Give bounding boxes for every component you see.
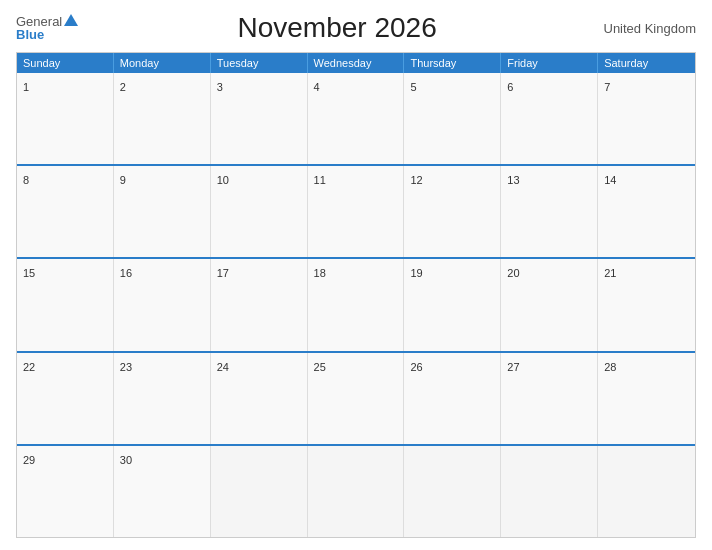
- day-number: 26: [410, 361, 422, 373]
- day-cell: [211, 446, 308, 537]
- day-cell: 24: [211, 353, 308, 444]
- day-cell: [501, 446, 598, 537]
- day-number: 3: [217, 81, 223, 93]
- day-cell: 7: [598, 73, 695, 164]
- day-number: 27: [507, 361, 519, 373]
- day-headers-row: SundayMondayTuesdayWednesdayThursdayFrid…: [17, 53, 695, 73]
- day-header-sunday: Sunday: [17, 53, 114, 73]
- day-number: 28: [604, 361, 616, 373]
- week-row-4: 22232425262728: [17, 351, 695, 444]
- day-number: 10: [217, 174, 229, 186]
- day-cell: 2: [114, 73, 211, 164]
- day-header-friday: Friday: [501, 53, 598, 73]
- day-cell: 22: [17, 353, 114, 444]
- calendar-title: November 2026: [78, 12, 596, 44]
- day-cell: 11: [308, 166, 405, 257]
- day-number: 18: [314, 267, 326, 279]
- day-number: 13: [507, 174, 519, 186]
- day-number: 20: [507, 267, 519, 279]
- day-number: 7: [604, 81, 610, 93]
- day-cell: 5: [404, 73, 501, 164]
- week-row-2: 891011121314: [17, 164, 695, 257]
- day-cell: 21: [598, 259, 695, 350]
- day-header-saturday: Saturday: [598, 53, 695, 73]
- day-cell: 12: [404, 166, 501, 257]
- header: General Blue November 2026 United Kingdo…: [16, 12, 696, 44]
- day-number: 19: [410, 267, 422, 279]
- day-cell: 20: [501, 259, 598, 350]
- day-number: 4: [314, 81, 320, 93]
- day-cell: 4: [308, 73, 405, 164]
- day-number: 8: [23, 174, 29, 186]
- country-label: United Kingdom: [596, 21, 696, 36]
- day-cell: [404, 446, 501, 537]
- logo-general-text: General: [16, 15, 78, 29]
- day-number: 17: [217, 267, 229, 279]
- day-number: 12: [410, 174, 422, 186]
- week-row-1: 1234567: [17, 73, 695, 164]
- day-cell: [598, 446, 695, 537]
- day-cell: 3: [211, 73, 308, 164]
- day-number: 25: [314, 361, 326, 373]
- weeks-container: 1234567891011121314151617181920212223242…: [17, 73, 695, 537]
- day-number: 16: [120, 267, 132, 279]
- week-row-5: 2930: [17, 444, 695, 537]
- day-cell: 30: [114, 446, 211, 537]
- day-number: 21: [604, 267, 616, 279]
- day-number: 9: [120, 174, 126, 186]
- logo-blue-text: Blue: [16, 28, 78, 41]
- logo-triangle-icon: [64, 14, 78, 26]
- day-number: 5: [410, 81, 416, 93]
- day-cell: 15: [17, 259, 114, 350]
- day-header-wednesday: Wednesday: [308, 53, 405, 73]
- day-cell: 10: [211, 166, 308, 257]
- day-header-monday: Monday: [114, 53, 211, 73]
- day-cell: 26: [404, 353, 501, 444]
- day-cell: 25: [308, 353, 405, 444]
- day-cell: 14: [598, 166, 695, 257]
- day-cell: 16: [114, 259, 211, 350]
- day-number: 6: [507, 81, 513, 93]
- day-cell: 8: [17, 166, 114, 257]
- day-cell: 18: [308, 259, 405, 350]
- day-number: 23: [120, 361, 132, 373]
- day-cell: 17: [211, 259, 308, 350]
- day-cell: 27: [501, 353, 598, 444]
- day-cell: 28: [598, 353, 695, 444]
- day-cell: 9: [114, 166, 211, 257]
- day-cell: 6: [501, 73, 598, 164]
- day-number: 22: [23, 361, 35, 373]
- day-cell: 13: [501, 166, 598, 257]
- day-number: 2: [120, 81, 126, 93]
- day-header-tuesday: Tuesday: [211, 53, 308, 73]
- day-cell: 1: [17, 73, 114, 164]
- day-number: 29: [23, 454, 35, 466]
- day-cell: 19: [404, 259, 501, 350]
- day-cell: [308, 446, 405, 537]
- day-cell: 29: [17, 446, 114, 537]
- day-number: 15: [23, 267, 35, 279]
- day-header-thursday: Thursday: [404, 53, 501, 73]
- day-number: 24: [217, 361, 229, 373]
- day-cell: 23: [114, 353, 211, 444]
- page: General Blue November 2026 United Kingdo…: [0, 0, 712, 550]
- logo: General Blue: [16, 15, 78, 42]
- day-number: 11: [314, 174, 326, 186]
- day-number: 30: [120, 454, 132, 466]
- week-row-3: 15161718192021: [17, 257, 695, 350]
- day-number: 14: [604, 174, 616, 186]
- day-number: 1: [23, 81, 29, 93]
- calendar: SundayMondayTuesdayWednesdayThursdayFrid…: [16, 52, 696, 538]
